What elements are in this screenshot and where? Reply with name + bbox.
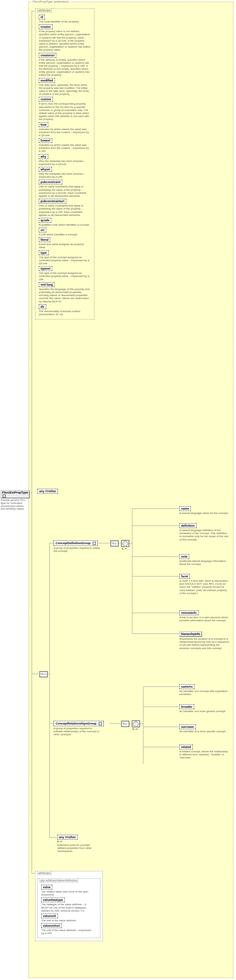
attr-name[interactable]: creator	[39, 24, 52, 29]
attr-desc: Why the metadata has been included – exp…	[39, 159, 91, 165]
sequence-connector-cdg: •••	[111, 541, 119, 546]
collapse-icon[interactable]: -	[99, 722, 102, 725]
concept-relationships-group: ConceptRelationshipsGroup - A group of p…	[54, 721, 104, 736]
attr-desc: The directionality of textual content (e…	[39, 310, 91, 316]
attr-name[interactable]: id	[39, 15, 45, 19]
elem-facet: facetIn NAR 1.8 and later, facet is depr…	[179, 574, 230, 595]
attr-name[interactable]: howuri	[39, 138, 52, 143]
root-type-box[interactable]: Flex1ExtPropType -	[1, 490, 30, 498]
attr-desc: A qualified code which identifies a conc…	[39, 223, 91, 226]
attr-name[interactable]: whyuri	[39, 167, 52, 172]
any-other-label: any ##other	[57, 835, 78, 840]
attr-desc: The related value (see more in the spec …	[41, 890, 93, 896]
arbi-attr-valueunit: valueunitThe unit of the value attribute…	[41, 914, 99, 922]
cdg-desc: A group of properties required to define…	[54, 546, 100, 552]
attr-desc: Indicates by which means the value was e…	[39, 143, 91, 153]
concept-definition-group: ConceptDefinitionGroup - A group of prop…	[54, 541, 100, 552]
attr-qcode: qcodeA qualified code which identifies a…	[39, 218, 93, 226]
attr-how: howIndicates by which means the value wa…	[39, 123, 93, 137]
attr-xml:lang: xml:langSpecifies the language of this p…	[39, 282, 93, 303]
attr-typeuri: typeuriThe type of the concept assigned …	[39, 266, 93, 281]
attr-desc: The type of the concept assigned as cont…	[39, 272, 91, 281]
root-type: Flex1ExtPropType - Flexible generic PCL-…	[1, 490, 26, 511]
attr-desc: If the attribute is empty, specifies whi…	[39, 58, 91, 77]
attr-desc: The unit of the value attribute – expres…	[41, 929, 93, 935]
attr-desc: A URI which identifies a concept.	[39, 233, 91, 236]
attr-name[interactable]: pubconstrainturi	[39, 199, 66, 204]
attr-whyuri: whyuriWhy the metadata has been included…	[39, 167, 93, 178]
attr-name[interactable]: valueunit	[41, 914, 58, 918]
concept-definition-group-box[interactable]: ConceptDefinitionGroup -	[54, 541, 98, 546]
arbi-label: grp arbitraryValueAttributes	[40, 878, 78, 883]
attr-howuri: howuriIndicates by which means the value…	[39, 138, 93, 153]
attr-desc: Why the metadata has been included – exp…	[39, 172, 91, 178]
attr-desc: The date (and, optionally, the time) whe…	[39, 83, 91, 96]
arbitrary-value-attributes-group: grp arbitraryValueAttributes valueThe re…	[38, 878, 100, 938]
attr-why: whyWhy the metadata has been included – …	[39, 154, 93, 165]
root-type-name: Flex1ExtPropType	[2, 491, 28, 494]
crg-desc: A group of properties required to indica…	[54, 727, 100, 736]
elem-definition: definitionA natural language definition …	[179, 523, 230, 541]
attr-name[interactable]: custom	[39, 97, 53, 102]
attr-id: idThe local identifier of the property.	[39, 15, 93, 23]
elem-name: nameA natural language name for the conc…	[179, 506, 228, 515]
attr-name[interactable]: modified	[39, 78, 55, 83]
attr-name[interactable]: pubconstraint	[39, 180, 62, 185]
sequence-connector-crg: •••	[121, 721, 129, 727]
crg-name: ConceptRelationshipsGroup	[55, 722, 97, 725]
any-attribute: any ##other	[38, 489, 58, 493]
elem-broader: broaderAn identifier of a more generic c…	[179, 705, 226, 713]
attr-custom: customIf set to true the corresponding p…	[39, 97, 93, 121]
attr-name[interactable]: typeuri	[39, 266, 52, 271]
elem-narrower: narrowerAn identifier of a more specific…	[179, 724, 226, 733]
bottom-attributes-label: attributes	[37, 871, 52, 875]
any-other-element: any ##other 0..∞ Extension point for pro…	[57, 835, 97, 853]
attr-name[interactable]: valueunituri	[41, 923, 62, 928]
arbi-attr-value: valueThe related value (see more in the …	[41, 885, 99, 896]
elem-sameAs: sameAsAn identifier of a concept with eq…	[179, 684, 230, 696]
top-attributes-label: attributes	[37, 8, 52, 13]
attr-desc: The type of the concept assigned as cont…	[39, 256, 91, 265]
attr-name[interactable]: xml:lang	[39, 282, 55, 287]
attr-literal: literalA free-text value assigned as pro…	[39, 237, 93, 249]
attr-name[interactable]: value	[41, 885, 52, 889]
elem-related: relatedA related concept, where the rela…	[179, 745, 230, 759]
attr-name[interactable]: qcode	[39, 218, 51, 223]
attr-desc: If set to true the corresponding propert…	[39, 102, 91, 121]
arbi-attr-valueunituri: valueunituriThe unit of the value attrib…	[41, 923, 99, 935]
concept-relationships-group-box[interactable]: ConceptRelationshipsGroup -	[54, 721, 104, 726]
arbi-attr-valuedatatype: valuedatatypeThe datatype of the value a…	[41, 897, 99, 912]
any-other-desc: Extension point for provider-defined pro…	[57, 843, 97, 853]
attr-name[interactable]: how	[39, 123, 48, 127]
attr-desc: If the property value is not defined, sp…	[39, 30, 91, 51]
any-other-card: 0..∞	[57, 840, 97, 843]
attr-modified: modifiedThe date (and, optionally, the t…	[39, 78, 93, 96]
bottom-attributes-group: attributes grp arbitraryValueAttributes …	[35, 871, 103, 941]
attr-type: typeThe type of the concept assigned as …	[39, 250, 93, 265]
attr-name[interactable]: valuedatatype	[41, 897, 65, 902]
attr-dir: dirThe directionality of textual content…	[39, 304, 93, 316]
cdg-name: ConceptDefinitionGroup	[55, 541, 91, 545]
attr-desc: Indicates by which means the value was e…	[39, 128, 91, 137]
collapse-icon[interactable]: -	[93, 542, 96, 545]
top-attributes-group: attributes idThe local identifier of the…	[35, 8, 94, 320]
attr-name[interactable]: dir	[39, 304, 46, 309]
attr-name[interactable]: creatoruri	[39, 53, 56, 58]
collapse-icon[interactable]: -	[3, 495, 6, 498]
elem-hierarchyInfo: hierarchyInfoRepresents the position of …	[179, 631, 230, 650]
attr-name[interactable]: uri	[39, 228, 46, 232]
attr-creatoruri: creatoruriIf the attribute is empty, spe…	[39, 53, 93, 77]
attr-name[interactable]: literal	[39, 237, 50, 242]
attr-desc: A free-text value assigned as property v…	[39, 243, 91, 249]
elem-note: noteAdditional natural language informat…	[179, 554, 230, 566]
attr-name[interactable]: why	[39, 154, 48, 159]
attr-desc: One or many constraints that apply to pu…	[39, 204, 91, 216]
attr-pubconstrainturi: pubconstrainturiOne or many constraints …	[39, 199, 93, 216]
attr-uri: uriA URI which identifies a concept.	[39, 228, 93, 236]
sequence-connector-main: •••	[40, 671, 48, 677]
choice-connector-cdg	[121, 540, 129, 547]
extension-label: Flex1PropType (extension)	[32, 0, 69, 3]
attr-name[interactable]: type	[39, 250, 49, 255]
diagram-canvas: Flex1PropType (extension)	[0, 0, 236, 980]
attr-pubconstraint: pubconstraintOne or many constraints tha…	[39, 180, 93, 197]
